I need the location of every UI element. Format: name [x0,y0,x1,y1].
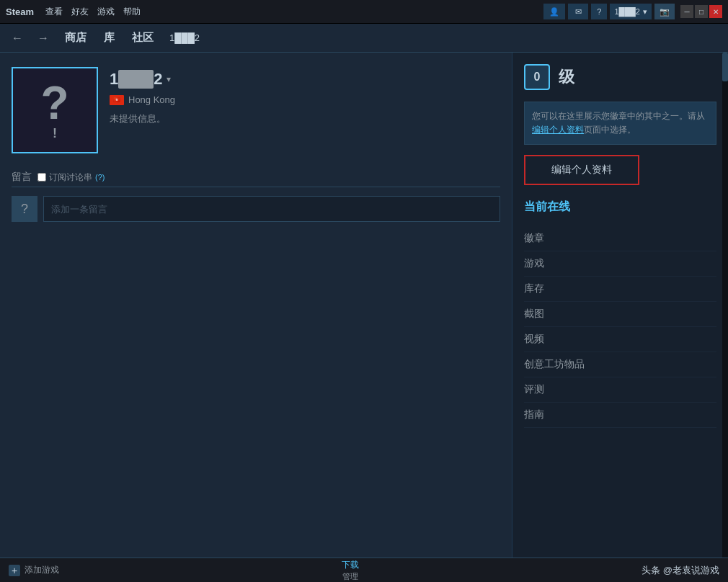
window-controls: ─ □ ✕ [680,5,722,18]
forward-button[interactable]: → [35,30,52,46]
online-status: 当前在线 [524,200,716,215]
profile-info: 1 2 ▾ 🇭🇰 Hong Kong 未提供信息。 [110,67,175,125]
comment-input[interactable] [43,196,500,222]
dropdown-arrow-icon: ▾ [643,7,647,17]
comments-header: 留言 订阅讨论串 (?) [12,171,500,187]
nav-bar: ← → 商店 库 社区 1███2 [0,24,728,53]
bottom-center: 下载 管理 [342,559,359,582]
profile-header: ? ! 1 2 ▾ 🇭🇰 Hong Kong 未提供信息。 [12,67,500,153]
right-nav-guides[interactable]: 指南 [524,403,716,428]
avatar-question-mark: ? [40,80,68,126]
avatar: ? ! [12,67,98,153]
scroll-track[interactable] [722,53,728,558]
manage-label[interactable]: 管理 [342,571,359,582]
bottom-left: + 添加游戏 [9,564,59,576]
avatar-exclaim: ! [53,126,57,141]
nav-library[interactable]: 库 [99,28,119,48]
user-dropdown[interactable]: 1███2 ▾ [610,4,652,19]
add-game-button[interactable]: + 添加游戏 [9,564,59,576]
center-panel: ? ! 1 2 ▾ 🇭🇰 Hong Kong 未提供信息。 [0,53,512,558]
profile-dropdown-arrow[interactable]: ▾ [167,74,171,84]
title-menu: 查看 好友 游戏 帮助 [45,6,141,18]
menu-help[interactable]: 帮助 [123,6,141,18]
message-icon-btn[interactable]: ✉ [568,4,588,19]
username-blur [118,70,154,89]
profile-username: 1 2 [110,70,162,89]
help-icon[interactable]: (?) [95,173,105,182]
maximize-btn[interactable]: □ [695,5,708,18]
comment-avatar: ? [12,196,37,222]
screenshot-btn[interactable]: 📷 [654,4,675,19]
right-nav-games[interactable]: 游戏 [524,251,716,277]
menu-friends[interactable]: 好友 [71,6,89,18]
menu-games[interactable]: 游戏 [97,6,115,18]
title-bar-right: 👤 ✉ ? 1███2 ▾ 📷 ─ □ ✕ [543,4,722,19]
add-game-label: 添加游戏 [25,564,59,576]
scroll-thumb[interactable] [722,53,728,81]
info-box-text-before: 您可以在这里展示您徽章中的其中之一。请从 [532,111,705,121]
download-label[interactable]: 下载 [342,559,359,571]
right-nav-badges[interactable]: 徽章 [524,226,716,251]
hong-kong-flag: 🇭🇰 [110,95,124,105]
comment-input-row: ? [12,196,500,222]
info-box-text-after: 页面中选择。 [584,125,636,135]
right-nav-videos[interactable]: 视频 [524,327,716,352]
right-nav-screenshots[interactable]: 截图 [524,302,716,327]
minimize-btn[interactable]: ─ [680,5,693,18]
back-button[interactable]: ← [9,30,26,46]
subscribe-label: 订阅讨论串 [49,171,92,184]
subscribe-checkbox[interactable] [37,173,46,182]
subscribe-checkbox-row[interactable]: 订阅讨论串 (?) [37,171,105,184]
close-btn[interactable]: ✕ [709,5,722,18]
right-nav-reviews[interactable]: 评测 [524,377,716,403]
title-bar-left: Steam 查看 好友 游戏 帮助 [6,6,141,18]
profile-icon-btn[interactable]: 👤 [543,4,565,19]
info-box: 您可以在这里展示您徽章中的其中之一。请从编辑个人资料页面中选择。 [524,102,716,145]
nav-store[interactable]: 商店 [61,28,91,48]
plus-icon: + [9,565,20,576]
title-bar: Steam 查看 好友 游戏 帮助 👤 ✉ ? 1███2 ▾ 📷 ─ □ ✕ [0,0,728,24]
info-box-link[interactable]: 编辑个人资料 [532,125,584,135]
steam-logo: Steam [6,6,34,17]
comments-section: 留言 订阅讨论串 (?) ? [12,171,500,222]
breadcrumb: 1███2 [169,32,200,43]
profile-name-row: 1 2 ▾ [110,70,175,89]
comments-title: 留言 [12,171,32,184]
right-nav-workshop[interactable]: 创意工坊物品 [524,352,716,377]
bottom-bar: + 添加游戏 下载 管理 头条 @老袁说游戏 [0,558,728,582]
right-panel: 0 级 您可以在这里展示您徽章中的其中之一。请从编辑个人资料页面中选择。 编辑个… [512,53,728,558]
right-nav-inventory[interactable]: 库存 [524,277,716,302]
level-section: 0 级 [524,64,716,90]
location-text: Hong Kong [128,94,175,105]
nav-community[interactable]: 社区 [128,28,158,48]
level-text: 级 [559,66,574,88]
main-content: ? ! 1 2 ▾ 🇭🇰 Hong Kong 未提供信息。 [0,53,728,558]
right-nav-list: 徽章 游戏 库存 截图 视频 创意工坊物品 评测 指南 [524,226,716,428]
profile-bio: 未提供信息。 [110,112,175,125]
help-btn[interactable]: ? [591,4,607,19]
user-dropdown-label: 1███2 [614,7,640,16]
level-badge: 0 [524,64,550,90]
watermark: 头条 @老袁说游戏 [642,564,719,577]
edit-profile-button[interactable]: 编辑个人资料 [524,155,639,185]
watermark-text: 头条 @老袁说游戏 [642,564,719,577]
menu-view[interactable]: 查看 [45,6,63,18]
profile-location: 🇭🇰 Hong Kong [110,94,175,105]
